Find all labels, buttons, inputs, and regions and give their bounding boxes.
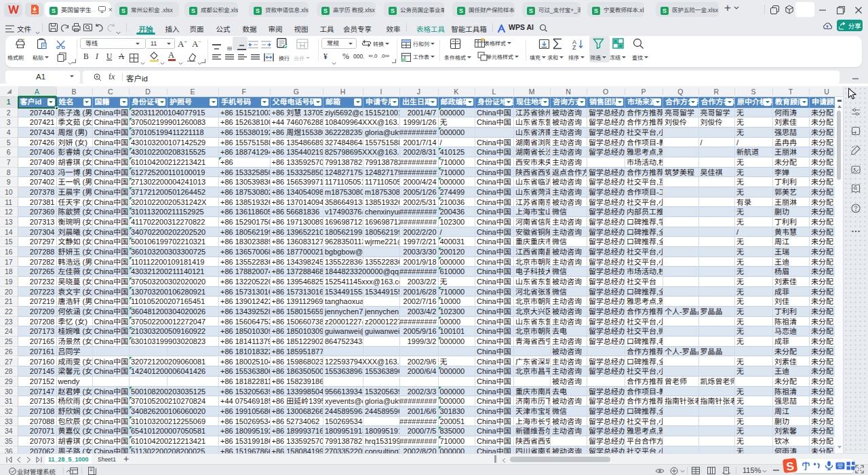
svg-text:S: S	[459, 7, 463, 14]
svg-text:S: S	[594, 7, 598, 14]
svg-text:S: S	[391, 7, 395, 14]
svg-text:S: S	[663, 7, 667, 14]
svg-text:S: S	[785, 459, 795, 473]
svg-text:S: S	[52, 7, 56, 14]
svg-text:S: S	[529, 7, 533, 14]
svg-text:S: S	[121, 7, 125, 14]
svg-text:S: S	[256, 7, 260, 14]
svg-text:Z: Z	[572, 44, 576, 50]
svg-text:S: S	[323, 7, 328, 14]
svg-text:S: S	[191, 7, 195, 14]
